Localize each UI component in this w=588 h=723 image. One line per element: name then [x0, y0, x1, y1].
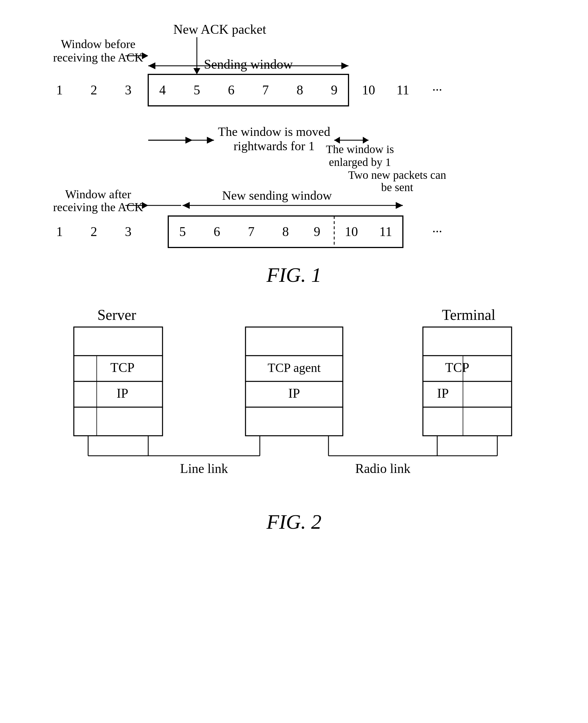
- fig1-svg: 1 2 3 4 5 6 7 8 9 10 11 ··· Sending wind…: [37, 17, 552, 252]
- num-9-top: 9: [331, 83, 337, 97]
- fig1-container: 1 2 3 4 5 6 7 8 9 10 11 ··· Sending wind…: [23, 17, 565, 252]
- new-sending-window-label: New sending window: [222, 189, 332, 203]
- svg-rect-31: [423, 381, 511, 407]
- window-before-arrow: [142, 52, 148, 59]
- window-moved-label2: rightwards for 1: [233, 139, 315, 153]
- window-before-label: Window before: [61, 38, 135, 51]
- fig2-container: Server Terminal TCP IP: [23, 304, 565, 505]
- num-7-top: 7: [262, 83, 269, 97]
- num-4-top: 4: [159, 83, 166, 97]
- window-before-label2: receiving the ACK: [53, 51, 143, 64]
- num-10-bot: 10: [345, 224, 358, 239]
- line-link-label: Line link: [180, 461, 228, 476]
- svg-rect-24: [246, 407, 343, 436]
- tcp-agent-label: TCP agent: [268, 361, 320, 375]
- new-window-left-arrowhead: [183, 202, 190, 209]
- ack-down-arrow: [193, 68, 200, 75]
- num-2-bot: 2: [90, 224, 97, 239]
- num-1-bot: 1: [56, 224, 63, 239]
- num-6-top: 6: [228, 83, 234, 97]
- num-11-bot: 11: [379, 224, 392, 239]
- fig1-label: FIG. 1: [23, 263, 565, 287]
- server-tcp-label: TCP: [110, 360, 134, 375]
- server-ip-label: IP: [117, 386, 128, 401]
- window-moved-label1: The window is moved: [218, 125, 330, 139]
- new-ack-label: New ACK packet: [173, 22, 266, 37]
- num-5-bot: 5: [179, 224, 186, 239]
- window-enlarged-label1: The window is: [326, 143, 394, 156]
- num-dots-top: ···: [432, 83, 442, 97]
- num-3-bot: 3: [125, 224, 131, 239]
- num-11-top: 11: [396, 83, 409, 97]
- two-new-packets-label2: be sent: [381, 181, 413, 194]
- num-8-bot: 8: [282, 224, 289, 239]
- agent-ip-label: IP: [288, 386, 300, 401]
- new-window-right-arrowhead: [396, 202, 403, 209]
- svg-rect-32: [423, 407, 511, 436]
- num-dots-bot: ···: [432, 224, 442, 239]
- radio-link-label: Radio link: [355, 461, 410, 476]
- two-new-packets-label1: Two new packets can: [348, 169, 446, 182]
- server-label: Server: [97, 307, 136, 323]
- sending-window-label: Sending window: [204, 57, 293, 71]
- window-enlarged-label2: enlarged by 1: [329, 156, 391, 169]
- window-after-left-arrowhead: [142, 202, 148, 209]
- window-after-label2: receiving the ACK: [53, 200, 143, 214]
- page: 1 2 3 4 5 6 7 8 9 10 11 ··· Sending wind…: [0, 0, 588, 723]
- num-6-bot: 6: [213, 224, 220, 239]
- svg-rect-13: [74, 327, 163, 356]
- num-2-top: 2: [90, 83, 97, 97]
- svg-rect-21: [246, 327, 343, 356]
- window-after-label1: Window after: [65, 188, 131, 201]
- svg-rect-29: [423, 327, 511, 356]
- terminal-ip-label: IP: [437, 386, 449, 401]
- fig2-svg: Server Terminal TCP IP: [51, 304, 537, 505]
- num-10-top: 10: [362, 83, 375, 97]
- num-5-top: 5: [193, 83, 200, 97]
- num-3-top: 3: [125, 83, 131, 97]
- num-9-bot: 9: [314, 224, 320, 239]
- num-1-top: 1: [56, 83, 63, 97]
- svg-rect-0: [148, 75, 349, 106]
- num-8-top: 8: [296, 83, 303, 97]
- terminal-tcp-label: TCP: [445, 360, 469, 375]
- fig2-label: FIG. 2: [23, 510, 565, 534]
- num-7-bot: 7: [248, 224, 254, 239]
- svg-rect-16: [74, 407, 163, 436]
- sending-window-left-arrow: [148, 62, 155, 69]
- terminal-label: Terminal: [442, 307, 495, 323]
